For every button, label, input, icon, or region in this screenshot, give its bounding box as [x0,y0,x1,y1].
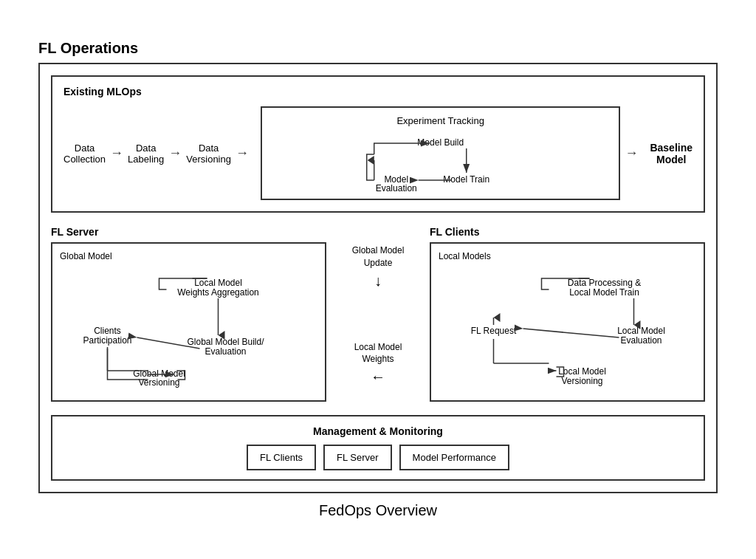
svg-text:Global Model Build/: Global Model Build/ [187,337,264,347]
svg-line-34 [523,329,619,337]
fl-server-area: FL Server Global Model Local Model Weigh… [51,226,334,402]
local-model-weights: Local ModelWeights ← [354,341,402,386]
svg-text:Versioning: Versioning [561,376,602,386]
arrow-4: → [625,145,638,161]
management-area: Management & Monitoring FL Clients FL Se… [51,415,705,481]
management-title: Management & Monitoring [63,425,693,437]
svg-text:Local Model Train: Local Model Train [569,287,639,298]
svg-text:Evaluation: Evaluation [620,335,662,346]
data-collection: DataCollection [63,143,106,165]
fl-server-inner-box: Global Model Local Model Weights Aggrega… [51,242,326,402]
svg-text:Clients: Clients [94,326,121,336]
arrow-3: → [236,145,249,161]
svg-text:Model Train: Model Train [443,174,489,185]
management-items: FL Clients FL Server Model Performance [63,445,693,470]
fl-ops-title: FL Operations [38,40,718,57]
experiment-tracking-label: Experiment Tracking [273,115,608,126]
fl-clients-label: FL Clients [430,226,705,238]
data-versioning: DataVersioning [186,143,231,165]
svg-text:Data Processing &: Data Processing & [568,278,641,288]
mgmt-fl-clients: FL Clients [247,445,316,470]
svg-text:Local Model: Local Model [194,278,242,288]
fl-clients-area: FL Clients Local Models Data Processing … [422,226,705,402]
global-model-update: Global ModelUpdate ↓ [352,244,405,289]
clients-flow-svg: Data Processing & Local Model Train Loca… [439,267,696,393]
page-container: FL Operations Existing MLOps DataCollect… [24,25,732,534]
outer-box: Existing MLOps DataCollection → DataLabe… [38,63,718,493]
local-models-label: Local Models [439,251,696,261]
svg-text:Weights Aggregation: Weights Aggregation [177,287,259,298]
svg-text:Local Model: Local Model [617,326,665,336]
svg-text:Evaluation: Evaluation [376,183,417,191]
server-flow-svg: Local Model Weights Aggregation Global M… [60,267,317,393]
experiment-flow-svg: Model Build Model Train Model Evaluation [273,132,608,191]
svg-text:Versioning: Versioning [138,377,179,388]
fl-server-label: FL Server [51,226,326,238]
mlops-box: Existing MLOps DataCollection → DataLabe… [51,75,705,213]
arrow-2: → [168,145,182,161]
experiment-tracking-box: Experiment Tracking Model Build Model Tr… [261,106,620,200]
svg-text:Evaluation: Evaluation [205,346,246,357]
fl-clients-inner-box: Local Models Data Processing & Local Mod… [430,242,705,402]
mlops-label: Existing MLOps [63,86,693,97]
svg-text:Local Model: Local Model [558,366,606,377]
svg-text:Participation: Participation [83,335,131,346]
middle-col: Global ModelUpdate ↓ Local ModelWeights … [334,226,422,385]
arrow-1: → [110,145,123,161]
data-labeling: DataLabeling [128,143,164,165]
svg-text:Model Build: Model Build [417,137,464,148]
mgmt-model-performance: Model Performance [399,445,509,470]
mlops-flow: DataCollection → DataLabeling → DataVers… [63,106,693,200]
svg-text:FL Request: FL Request [471,326,517,336]
baseline-model: BaselineModel [650,142,693,165]
mgmt-fl-server: FL Server [323,445,392,470]
page-caption: FedOps Overview [38,502,718,519]
global-model-label: Global Model [60,251,317,261]
